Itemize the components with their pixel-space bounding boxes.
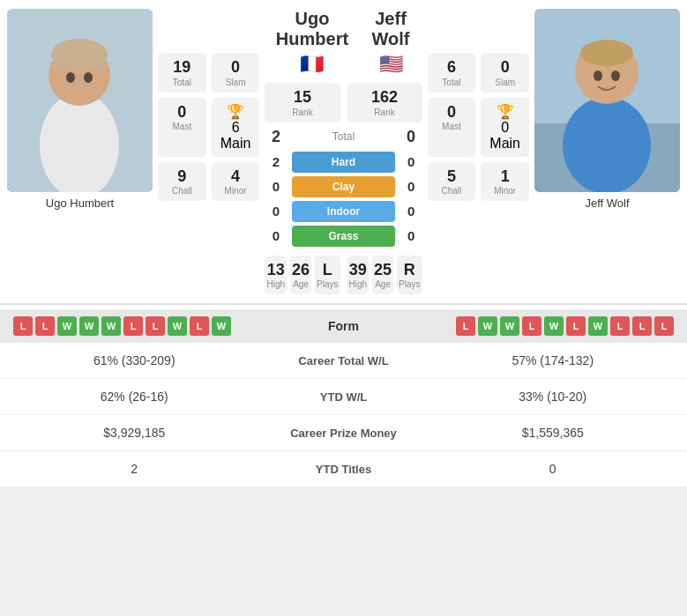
left-plays-lbl: Plays (317, 279, 338, 289)
right-mast-box: 0 Mast (428, 98, 476, 157)
main-container: Ugo Humbert 19 Total 0 Slam 0 Mast (0, 0, 687, 487)
right-total-slam-row: 6 Total 0 Slam (428, 53, 529, 93)
bottom-stats-row: 13 High 26 Age L Plays 39 High (265, 256, 422, 295)
career-stats-section: 61% (330-209)Career Total W/L57% (174-13… (0, 343, 687, 487)
right-mid-stats: 162 Rank (347, 83, 422, 122)
middle-col: Ugo Humbert 🇫🇷 Jeff Wolf 🇺🇸 15 Rank (265, 9, 422, 294)
svg-point-8 (563, 97, 651, 192)
grass-right-num: 0 (400, 228, 422, 243)
right-chall-val: 5 (447, 167, 456, 187)
form-pill-l: L (35, 316, 55, 336)
form-pill-l: L (632, 316, 652, 336)
form-pill-l: L (146, 316, 165, 336)
right-total-val: 6 (447, 58, 456, 78)
form-label: Form (300, 319, 388, 333)
right-total-box: 6 Total (428, 53, 476, 93)
form-pill-l: L (566, 316, 586, 336)
hard-left-num: 2 (265, 154, 287, 169)
right-high-box: 39 High (347, 256, 370, 295)
right-high-val: 39 (349, 261, 367, 280)
left-chall-val: 9 (177, 167, 186, 187)
stats-row-left-val: 62% (26-16) (13, 390, 256, 404)
left-player-name-under: Ugo Humbert (7, 197, 153, 210)
right-rank-val: 162 (371, 88, 398, 108)
left-total-val: 19 (173, 58, 190, 78)
left-main-lbl: Main (220, 136, 251, 152)
left-total-slam-row: 19 Total 0 Slam (158, 53, 259, 93)
right-minor-lbl: Minor (494, 186, 516, 196)
right-total-lbl: Total (442, 78, 460, 87)
right-high-lbl: High (349, 279, 368, 289)
form-pill-w: W (478, 316, 497, 336)
left-player-stats: 19 Total 0 Slam 0 Mast 🏆 6 Main (158, 9, 259, 294)
right-age-lbl: Age (375, 279, 391, 289)
indoor-badge: Indoor (292, 201, 394, 222)
form-pill-l: L (522, 316, 541, 336)
left-minor-lbl: Minor (225, 186, 247, 196)
indoor-right-num: 0 (400, 204, 422, 219)
form-pill-w: W (212, 316, 231, 336)
form-pill-w: W (588, 316, 608, 336)
left-player-photo (7, 9, 153, 192)
hard-right-num: 0 (400, 154, 422, 169)
left-player-name: Ugo Humbert (265, 9, 359, 49)
right-age-val: 25 (374, 261, 392, 280)
form-pill-w: W (79, 316, 99, 336)
stats-row-right-val: 0 (432, 462, 675, 476)
form-section: LLWWWLLWLW Form LWWLWLWLLL (0, 309, 687, 343)
right-main-val: 0 (501, 120, 509, 136)
stats-row-right-val: 33% (10-20) (432, 390, 675, 404)
clay-surface-row: 0 Clay 0 (265, 176, 422, 197)
left-chall-minor-row: 9 Chall 4 Minor (158, 162, 259, 202)
left-main-val: 6 (232, 120, 240, 136)
h2h-total-left: 2 (265, 128, 287, 146)
left-plays-val: L (323, 261, 332, 280)
form-pill-w: W (500, 316, 519, 336)
left-high-val: 13 (267, 261, 285, 280)
stats-row-right-val: $1,559,365 (432, 426, 675, 440)
right-main-lbl: Main (489, 136, 520, 152)
form-pill-w: W (168, 316, 187, 336)
stats-row-label: Career Total W/L (256, 354, 432, 367)
left-minor-box: 4 Minor (212, 162, 260, 202)
left-total-lbl: Total (173, 78, 191, 87)
right-slam-box: 0 Slam (481, 53, 529, 93)
stats-row-left-val: 61% (330-209) (13, 353, 256, 367)
right-chall-box: 5 Chall (428, 162, 476, 202)
form-pill-l: L (654, 316, 674, 336)
total-h2h-row: 2 Total 0 (265, 128, 422, 146)
stats-row-label: Career Prize Money (256, 427, 432, 440)
right-mast-lbl: Mast (442, 122, 461, 131)
hard-surface-row: 2 Hard 0 (265, 152, 422, 173)
right-minor-val: 1 (501, 167, 510, 187)
right-plays-val: R (404, 261, 415, 280)
left-mast-lbl: Mast (173, 122, 192, 131)
left-age-val: 26 (292, 261, 310, 280)
clay-left-num: 0 (265, 179, 287, 194)
right-chall-minor-row: 5 Chall 1 Minor (428, 162, 529, 202)
hard-badge: Hard (292, 152, 394, 173)
indoor-surface-row: 0 Indoor 0 (265, 201, 422, 222)
left-mast-main-row: 0 Mast 🏆 6 Main (158, 98, 259, 157)
left-mast-box: 0 Mast (158, 98, 206, 157)
right-player-flag: 🇺🇸 (379, 53, 403, 76)
right-slam-val: 0 (501, 58, 510, 78)
form-pill-l: L (610, 316, 630, 336)
right-age-box: 25 Age (372, 256, 393, 295)
left-rank-lbl: Rank (292, 108, 312, 117)
form-pill-l: L (190, 316, 209, 336)
left-slam-val: 0 (231, 58, 240, 78)
form-pill-w: W (544, 316, 564, 336)
left-chall-box: 9 Chall (158, 162, 206, 202)
indoor-left-num: 0 (265, 204, 287, 219)
left-total-box: 19 Total (158, 53, 206, 93)
svg-point-3 (51, 39, 108, 71)
left-mid-stats: 15 Rank (265, 83, 340, 122)
left-slam-box: 0 Slam (212, 53, 260, 93)
right-form-pills: LWWLWLWLLL (388, 316, 675, 336)
left-high-lbl: High (266, 279, 285, 289)
form-pill-w: W (101, 316, 121, 336)
form-pill-l: L (123, 316, 143, 336)
stats-row: 61% (330-209)Career Total W/L57% (174-13… (0, 343, 687, 379)
players-comparison-section: Ugo Humbert 19 Total 0 Slam 0 Mast (0, 0, 687, 305)
